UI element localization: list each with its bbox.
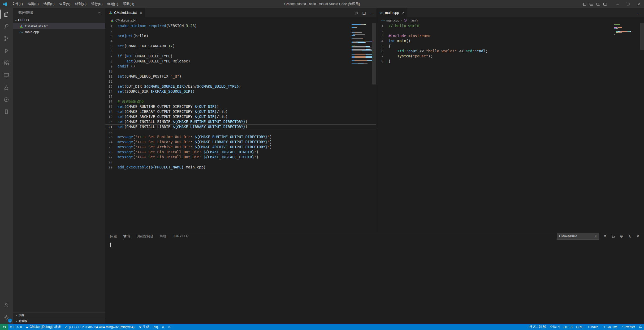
activity-item-search[interactable]: [0, 20, 13, 32]
panel-tab-0[interactable]: 问题: [110, 232, 117, 240]
menu-item-5[interactable]: 运行(R): [89, 0, 105, 8]
breadcrumb-left[interactable]: CMakeLists.txt: [105, 17, 376, 23]
maximize-panel-button[interactable]: ∧: [627, 234, 632, 239]
lock-scroll-button[interactable]: [611, 234, 616, 239]
customize-layout-button[interactable]: [602, 0, 608, 8]
code-line: 4: [105, 39, 376, 44]
maximize-button[interactable]: [623, 0, 633, 8]
activity-item-extensions[interactable]: [0, 57, 13, 69]
close-icon[interactable]: ×: [140, 11, 142, 15]
activity-item-account[interactable]: [0, 299, 13, 311]
cmake-build[interactable]: ⚙生成: [137, 324, 151, 330]
menu-item-6[interactable]: 终端(T): [105, 0, 120, 8]
output-wrap-button[interactable]: ≡: [603, 234, 607, 239]
panel-tab-4[interactable]: JUPYTER: [173, 232, 189, 240]
activity-item-explorer[interactable]: [0, 8, 13, 20]
line-content: endif (): [118, 64, 135, 69]
file-item-main.cpp[interactable]: C++main.cpp: [13, 29, 105, 35]
breadcrumb-right[interactable]: C++main.cpp›main(): [376, 17, 644, 23]
menu-item-1[interactable]: 编辑(E): [25, 0, 41, 8]
clear-output-button[interactable]: ⊘: [619, 234, 624, 239]
scrollbar-slider[interactable]: [372, 23, 376, 84]
close-panel-button[interactable]: ×: [636, 234, 640, 239]
tab-cmakelists[interactable]: CMakeLists.txt ×: [105, 8, 145, 17]
code-line: 15: [105, 94, 376, 99]
code-line: 26message("++++ Set Bin Install Out Dir:…: [105, 150, 376, 155]
more-actions-button[interactable]: ⋯: [636, 10, 642, 16]
status-label: UTF-8: [563, 325, 572, 329]
more-actions-button[interactable]: ⋯: [368, 10, 374, 16]
minimap[interactable]: [614, 24, 631, 35]
menu-item-7[interactable]: 帮助(H): [120, 0, 136, 8]
cmake-launch[interactable]: ▷: [167, 324, 172, 330]
remote-indicator[interactable]: ><: [0, 324, 8, 330]
scrollbar-slider[interactable]: [640, 23, 644, 50]
minimap[interactable]: [352, 24, 372, 64]
sidebar-section-1[interactable]: ›时间线: [13, 318, 105, 324]
breadcrumb-item[interactable]: main(): [409, 19, 418, 22]
vertical-scrollbar[interactable]: [640, 23, 644, 232]
encoding[interactable]: UTF-8: [561, 324, 574, 330]
file-item-CMakeLists.txt[interactable]: CMakeLists.txt: [13, 23, 105, 29]
output-channel-select[interactable]: CMake/Build ∨: [557, 233, 599, 240]
panel-tab-3[interactable]: 终端: [160, 232, 167, 240]
panel-tab-1[interactable]: 输出: [123, 232, 130, 240]
activity-item-testing[interactable]: [0, 81, 13, 94]
cursor-position[interactable]: 行 21, 列 60: [527, 324, 548, 330]
activity-item-settings[interactable]: 1: [0, 311, 13, 323]
breadcrumb-item[interactable]: CMakeLists.txt: [115, 19, 136, 22]
activity-item-source-control[interactable]: [0, 32, 13, 45]
editor-maincpp[interactable]: 1// hello world23#include <iostream>4int…: [376, 23, 644, 232]
go-live[interactable]: Go Live: [600, 324, 619, 330]
cpp-file-icon: C++: [19, 30, 23, 34]
toggle-sidebar-button[interactable]: [581, 0, 588, 8]
close-button[interactable]: [633, 0, 644, 8]
prettier[interactable]: ✓Prettier: [619, 324, 637, 330]
eol[interactable]: CRLF: [574, 324, 586, 330]
menu-item-2[interactable]: 选择(S): [41, 0, 57, 8]
problems[interactable]: ⊘0⚠0: [8, 324, 24, 330]
indentation[interactable]: 空格: 4: [548, 324, 561, 330]
close-icon[interactable]: ×: [402, 11, 404, 15]
cmake-variant[interactable]: ▲CMake: [Debug]: 就绪: [24, 324, 62, 330]
line-number: 6: [105, 49, 118, 54]
output-content[interactable]: [105, 240, 644, 324]
sidebar-section-0[interactable]: ›大纲: [13, 312, 105, 318]
toggle-secondary-sidebar-button[interactable]: [595, 0, 602, 8]
line-number: 28: [105, 160, 118, 165]
activity-item-run-debug[interactable]: [0, 45, 13, 57]
run-file-button[interactable]: ▷: [354, 10, 360, 16]
panel-tab-2[interactable]: 调试控制台: [136, 232, 153, 240]
menu-item-3[interactable]: 查看(V): [57, 0, 73, 8]
line-content: message("++++ Set Lib Install Out Dir: $…: [118, 155, 259, 160]
menu-item-4[interactable]: 转到(G): [73, 0, 89, 8]
status-label: CMake: [Debug]: 就绪: [29, 325, 60, 329]
notifications[interactable]: [637, 324, 644, 330]
line-content: set(CMAKE_CXX_STANDARD 17): [118, 44, 175, 49]
editor-cmakelists[interactable]: 1cmake_minimum_required(VERSION 3.28)23p…: [105, 23, 376, 232]
section-label: 大纲: [19, 313, 24, 317]
language-mode[interactable]: CMake: [586, 324, 600, 330]
line-number: 4: [105, 39, 118, 44]
activity-item-references[interactable]: [0, 94, 13, 106]
breadcrumb-item[interactable]: main.cpp: [386, 19, 399, 22]
code-line: 28: [105, 160, 376, 165]
cmake-target[interactable]: [all]: [151, 324, 160, 330]
vertical-scrollbar[interactable]: [372, 23, 376, 232]
minimize-button[interactable]: [612, 0, 623, 8]
cmake-kit[interactable]: [GCC 13.2.0 x86_64-w64-mingw32 (mingw64)…: [63, 324, 137, 330]
panel: 问题输出调试控制台终端JUPYTER CMake/Build ∨ ≡⊘∧×: [105, 232, 644, 324]
code-line: 1cmake_minimum_required(VERSION 3.28): [105, 23, 376, 28]
code-line: 10: [105, 69, 376, 74]
line-number: 1: [105, 23, 118, 28]
split-editor-button[interactable]: ◫: [361, 10, 367, 16]
more-actions-icon[interactable]: ⋯: [98, 10, 102, 15]
tab-maincpp[interactable]: C++ main.cpp ×: [376, 8, 407, 17]
activity-item-bookmarks[interactable]: [0, 106, 13, 118]
folder-row-hello[interactable]: ▾ HELLO: [13, 17, 105, 23]
code-line: 2: [105, 28, 376, 33]
cmake-debug[interactable]: [159, 324, 167, 330]
activity-item-remote-explorer[interactable]: [0, 69, 13, 81]
toggle-panel-button[interactable]: [588, 0, 595, 8]
menu-item-0[interactable]: 文件(F): [10, 0, 25, 8]
